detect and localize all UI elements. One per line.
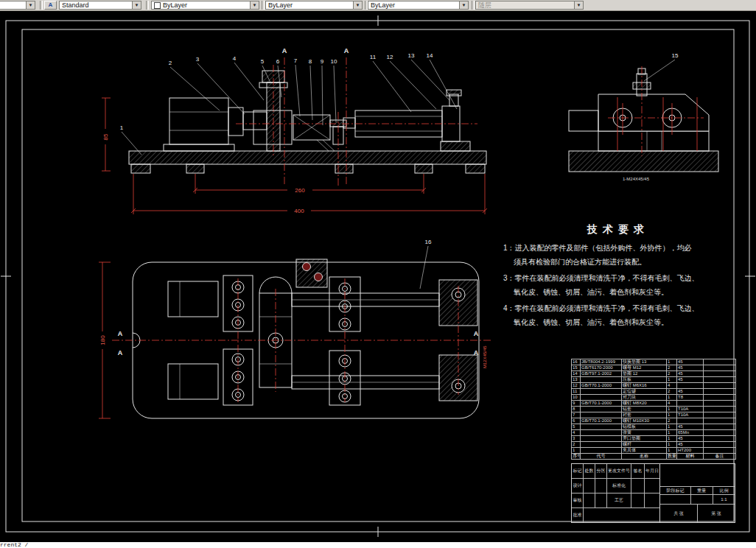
- callout-leader: [170, 67, 220, 110]
- tb-label: 重量: [691, 487, 713, 494]
- callout-leader: [310, 66, 312, 120]
- callout-number: 9: [321, 58, 324, 65]
- callout-number: 5: [261, 58, 265, 65]
- chevron-down-icon[interactable]: ▼: [250, 1, 259, 9]
- title-block-info-area: 阶段标记 重量 比例 1:1 共 张 第 张: [660, 464, 735, 522]
- callout-number: 11: [370, 54, 377, 60]
- tb-label: 签名: [631, 464, 645, 478]
- tech-requirements-body: 1：进入装配的零件及部件（包括外购件、外协件），均必须具有检验部门的合格证方能进…: [503, 241, 741, 329]
- tech-req-line: 氧化皮、锈蚀、切屑、油污、着色剂和灰尘等。: [503, 315, 741, 329]
- plan-section-label-left-top: A: [118, 330, 123, 337]
- callout-number: 1: [120, 124, 124, 131]
- plan-view: A A A A M12X45/45: [112, 259, 492, 418]
- tb-cell-blank: [691, 495, 713, 504]
- callout-number: 14: [427, 52, 433, 59]
- callout-leader: [322, 66, 323, 125]
- detail-thread-note: 1-M24X45/45: [623, 177, 650, 181]
- cad-application-window: ▼ A Standard ▼ ByLayer ▼ ByLayer ▼ ByLay…: [0, 0, 756, 548]
- plan-section-label-right-bottom: A: [474, 349, 479, 356]
- command-line[interactable]: rrent2 /: [0, 542, 756, 548]
- tech-requirements-title: 技术要求: [587, 223, 649, 236]
- tb-cell-blank: [660, 495, 691, 504]
- bom-row: 7衬套1T10A: [572, 412, 736, 418]
- lineweight-combo[interactable]: ByLayer ▼: [368, 1, 469, 10]
- tb-cell-blank: [584, 479, 595, 493]
- tb-label: 比例: [713, 487, 735, 494]
- callout-number: 8: [309, 58, 312, 65]
- bom-row: 9GB/T70.1-2000螺钉 M8X204: [572, 401, 736, 407]
- dim-side-height: 85: [102, 133, 109, 140]
- section-label-a1: A: [282, 47, 287, 55]
- bom-header-row: 序号代号名称数量材料备注: [572, 454, 736, 460]
- title-block-revision-area: 标记 处数 分区 更改文件号 签名 年月日 设计 标准化 审核 工艺: [572, 464, 660, 522]
- properties-toolbar: ▼ A Standard ▼ ByLayer ▼ ByLayer ▼ ByLay…: [0, 0, 756, 11]
- tb-label: 年月日: [645, 464, 659, 478]
- tech-req-line: 须具有检验部门的合格证方能进行装配。: [503, 255, 741, 269]
- bom-row: 6GB/T70.1-2000螺钉 M10X302: [572, 418, 736, 424]
- callout-leader: [295, 65, 300, 116]
- chevron-down-icon[interactable]: ▼: [26, 1, 35, 9]
- tb-cell-blank: [595, 479, 607, 493]
- bom-row: 2螺杆145: [572, 442, 736, 448]
- command-line-text: rrent2 /: [0, 541, 28, 548]
- tb-cell-blank: [584, 493, 595, 507]
- tb-label: 更改文件号: [607, 464, 631, 478]
- detail-view: 1-M24X45/45: [569, 66, 718, 181]
- tb-label: 处数: [584, 464, 595, 478]
- tb-label: 标记: [572, 464, 584, 478]
- sheet-total: 共 张: [660, 505, 698, 522]
- plotstyle-combo-value: 随层: [478, 1, 491, 9]
- callout-leader: [373, 61, 411, 112]
- text-style-icon[interactable]: A: [44, 1, 57, 10]
- bom-row: 16JB/T8004.2-1999快换垫圈 13145: [572, 359, 736, 365]
- chevron-down-icon[interactable]: ▼: [132, 1, 141, 9]
- drawing-scale-value: 1:1: [713, 495, 735, 504]
- tb-label: 设计: [572, 479, 584, 493]
- bom-row: 3开口垫圈145: [572, 436, 736, 442]
- tech-req-line: 1：进入装配的零件及部件（包括外购件、外协件），均必: [503, 241, 741, 255]
- bom-row: 13压板145: [572, 377, 736, 383]
- callout-number: 4: [233, 55, 237, 62]
- style-combo-value: Standard: [62, 1, 89, 9]
- color-swatch-icon: [154, 2, 161, 9]
- tb-cell-blank: [645, 479, 659, 493]
- tech-req-line: 3：零件在装配前必须清理和清洗干净，不得有毛刺、飞边、: [503, 271, 741, 285]
- callout-leader: [644, 60, 675, 81]
- bom-row: 14GB/T97.1-2002垫圈 12245: [572, 371, 736, 377]
- tech-req-line: 4：零件在装配前必须清理和清洗干净，不得有毛刺、飞边、: [503, 301, 741, 315]
- bom-row: 5钻模板145: [572, 424, 736, 430]
- callout-leader: [420, 246, 428, 289]
- chevron-down-icon[interactable]: ▼: [459, 1, 468, 9]
- dimensions: 260 400 85 180: [99, 98, 487, 418]
- bom-row: 4弹簧165Mn: [572, 430, 736, 436]
- callout-number: 3: [196, 56, 200, 63]
- left-cut-combo[interactable]: ▼: [0, 1, 35, 10]
- style-combo[interactable]: Standard ▼: [59, 1, 141, 10]
- dim-260: 260: [295, 187, 305, 194]
- bom-row: 11定位键245: [572, 389, 736, 395]
- tb-label: 阶段标记: [660, 487, 691, 494]
- plan-section-label-right-top: A: [474, 330, 479, 337]
- callout-number: 2: [169, 60, 172, 66]
- tb-cell-blank: [595, 493, 607, 507]
- tb-label: 审核: [572, 493, 584, 507]
- linetype-combo-value: ByLayer: [268, 1, 293, 9]
- toolbar-separator: [40, 1, 43, 10]
- tech-req-line: 氧化皮、锈蚀、切屑、油污、着色剂和灰尘等。: [503, 285, 741, 299]
- parts-list-table: 16JB/T8004.2-1999快换垫圈 1314515GB/T6170-20…: [571, 359, 736, 460]
- chevron-down-icon[interactable]: ▼: [353, 1, 362, 9]
- callout-leader: [411, 60, 449, 100]
- callout-leader: [197, 63, 245, 114]
- callout-leader: [334, 66, 336, 122]
- title-block: 标记 处数 分区 更改文件号 签名 年月日 设计 标准化 审核 工艺: [571, 463, 735, 523]
- linetype-combo[interactable]: ByLayer ▼: [265, 1, 363, 10]
- callout-leader: [430, 60, 457, 109]
- dim-plan-height: 180: [99, 335, 106, 345]
- toolbar-separator: [262, 1, 265, 10]
- callout-number: 12: [387, 54, 393, 60]
- tb-label: 标准化: [607, 479, 631, 493]
- tb-label: 批准: [572, 508, 584, 522]
- tb-cell-blank: [584, 508, 659, 522]
- color-combo[interactable]: ByLayer ▼: [151, 1, 259, 10]
- bom-row: 1夹具体1HT200: [572, 448, 736, 454]
